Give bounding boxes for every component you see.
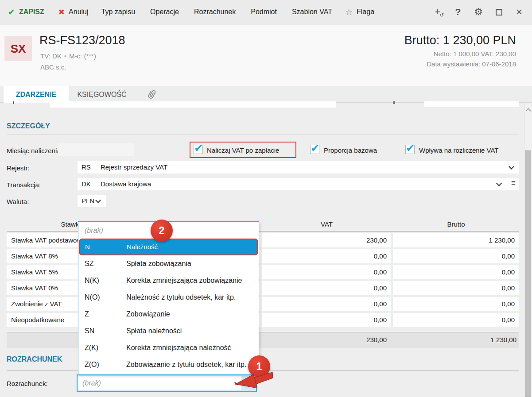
item-code: Z(O) [85, 356, 126, 373]
details-section-divider [7, 134, 519, 135]
tab-ksiegowosc[interactable]: KSIĘGOWOŚĆ [69, 86, 135, 103]
menu-szablon-vat[interactable]: Szablon VAT [284, 0, 340, 24]
maximize-icon [496, 9, 502, 15]
item-code: Z(K) [85, 339, 126, 356]
meta-separator: • [62, 52, 69, 60]
question-icon: ? [455, 7, 461, 17]
item-label: Zobowiązanie [126, 310, 170, 318]
dropdown-item[interactable]: N(K)Korekta zmniejszająca zobowiązanie [78, 272, 259, 289]
menu-operacje[interactable]: Operacje [143, 0, 186, 24]
waluta-value: PLN [82, 197, 94, 204]
dropdown-item[interactable]: ZZobowiązanie [78, 306, 259, 323]
proporcja-bazowa-label: Proporcja bazowa [324, 146, 377, 154]
close-button[interactable]: × [509, 0, 529, 24]
star-icon: ☆ [345, 7, 353, 17]
annotation-step-2-badge: 2 [151, 220, 173, 242]
dropdown-item[interactable]: SZSpłata zobowiązania [78, 255, 259, 272]
item-code: Z [85, 306, 126, 323]
vat-cell[interactable]: 0,00 [262, 265, 391, 279]
settings-button[interactable]: ⚙ [468, 0, 489, 24]
menu-podmiot[interactable]: Podmiot [243, 0, 284, 24]
gear-icon: ⚙ [474, 6, 483, 18]
toolbar-right: + ↺ ? ⚙ × [427, 0, 532, 24]
vat-cell[interactable]: 230,00 [262, 233, 391, 247]
cancel-button[interactable]: ✖ Anuluj [53, 0, 94, 24]
dropdown-item[interactable]: N(O)Należność z tytułu odsetek, kar itp. [78, 289, 259, 306]
brutto-amount: Brutto: 1 230,00 PLN [404, 34, 516, 47]
menu-rozrachunek[interactable]: Rozrachunek [186, 0, 243, 24]
transakcja-select[interactable]: DKDostawa krajowa [78, 178, 519, 190]
repeat-arrow-icon: ↺ [440, 12, 444, 18]
waluta-select[interactable]: PLN [78, 195, 106, 207]
proporcja-bazowa-checkbox[interactable]: ✔ [310, 145, 319, 154]
scrollbar-thumb[interactable] [525, 150, 531, 397]
brutto-cell[interactable]: 0,00 [393, 297, 519, 311]
menu-typ-zapisu[interactable]: Typ zapisu [94, 0, 143, 24]
save-button[interactable]: ✔ ZAPISZ [3, 0, 50, 24]
document-header: SX RS-FS123/2018 TV: DK•M-c: (***) ABC s… [0, 25, 532, 86]
item-code: N(O) [85, 289, 126, 306]
miesiac-naliczenia-field[interactable] [58, 143, 134, 156]
transakcja-code: DK [82, 178, 101, 190]
tab-bar: ZDARZENIE KSIĘGOWOŚĆ [0, 86, 532, 103]
brutto-cell[interactable]: 0,00 [393, 249, 519, 263]
add-new-copy-button[interactable]: + ↺ [427, 0, 448, 24]
naliczaj-vat-checkbox[interactable]: ✔ [194, 145, 203, 154]
transakcja-name: Dostawa krajowa [101, 180, 151, 188]
vat-cell[interactable]: 0,00 [262, 313, 391, 327]
flag-button[interactable]: ☆ Flaga [340, 0, 380, 24]
rejestr-name: Rejestr sprzedaży VAT [101, 163, 167, 171]
vat-cell[interactable]: 0,00 [262, 297, 391, 311]
document-number: RS-FS123/2018 [39, 34, 125, 47]
brutto-cell[interactable]: 1 230,00 [393, 233, 519, 247]
cutoff-input-field[interactable] [50, 101, 336, 108]
dropdown-item[interactable]: Z(O)Zobowiązanie z tytułu odsetek, kar i… [78, 356, 259, 373]
help-button[interactable]: ? [448, 0, 468, 24]
check-icon: ✔ [8, 7, 15, 17]
details-section-title: SZCZEGÓŁY [7, 122, 50, 130]
checkmark-icon: ✔ [194, 142, 203, 154]
document-meta: TV: DK•M-c: (***) [40, 52, 96, 60]
checkmark-icon: ✔ [406, 142, 415, 154]
item-code: SZ [85, 255, 126, 272]
rozrachunek-section-title: ROZRACHUNEK [7, 355, 62, 363]
vat-document-window: ✔ ZAPISZ ✖ Anuluj Typ zapisu Operacje Ro… [0, 0, 532, 397]
cutoff-label-fragment [13, 101, 14, 104]
column-header-vat: VAT [262, 220, 391, 228]
brutto-cell[interactable]: 0,00 [393, 281, 519, 295]
meta-mc: M-c: (***) [69, 52, 96, 60]
issue-date: Data wystawienia: 07-06-2018 [404, 60, 516, 68]
item-label: Należność [127, 243, 158, 251]
wplywa-na-rozliczenie-checkbox[interactable]: ✔ [405, 145, 415, 154]
tab-zdarzenie[interactable]: ZDARZENIE [4, 86, 69, 103]
maximize-button[interactable] [489, 0, 509, 24]
rejestr-select[interactable]: RSRejestr sprzedaży VAT [78, 161, 519, 173]
dropdown-item-selected[interactable]: NNależność [79, 239, 258, 255]
contractor-name: ABC s.c. [40, 63, 66, 71]
miesiac-naliczenia-label: Miesiąc naliczenia: [7, 147, 62, 154]
flag-button-label: Flaga [357, 8, 374, 16]
close-icon: × [516, 6, 522, 18]
brutto-cell[interactable]: 0,00 [393, 265, 519, 279]
vat-cell[interactable]: 0,00 [262, 249, 391, 263]
rozrachunek-combobox[interactable]: (brak) [78, 376, 241, 390]
brutto-cell[interactable]: 0,00 [393, 313, 519, 327]
dropdown-item[interactable]: SNSpłata należności [78, 323, 259, 339]
vat-cell[interactable]: 0,00 [262, 281, 391, 295]
document-type-badge: SX [4, 36, 32, 61]
total-vat: 230,00 [262, 332, 387, 348]
item-label: Korekta zmniejszająca należność [126, 344, 231, 351]
transakcja-menu-icon[interactable]: ≡ [511, 179, 516, 188]
rozrachunek-dropdown-list: (brak) NNależność SZSpłata zobowiązania … [78, 221, 259, 375]
checkmark-icon: ✔ [311, 142, 319, 154]
item-code: N(K) [85, 272, 126, 289]
attachments-button[interactable] [145, 89, 157, 102]
dropdown-item[interactable]: Z(K)Korekta zmniejszająca należność [78, 339, 259, 356]
item-code: SN [85, 323, 126, 339]
waluta-label: Waluta: [7, 198, 29, 205]
toolbar: ✔ ZAPISZ ✖ Anuluj Typ zapisu Operacje Ro… [0, 0, 532, 24]
rejestr-label: Rejestr: [7, 164, 30, 172]
cutoff-input-field-2[interactable] [424, 101, 519, 107]
column-header-brutto: Brutto [393, 220, 519, 228]
annotation-arrow-icon [233, 369, 273, 390]
